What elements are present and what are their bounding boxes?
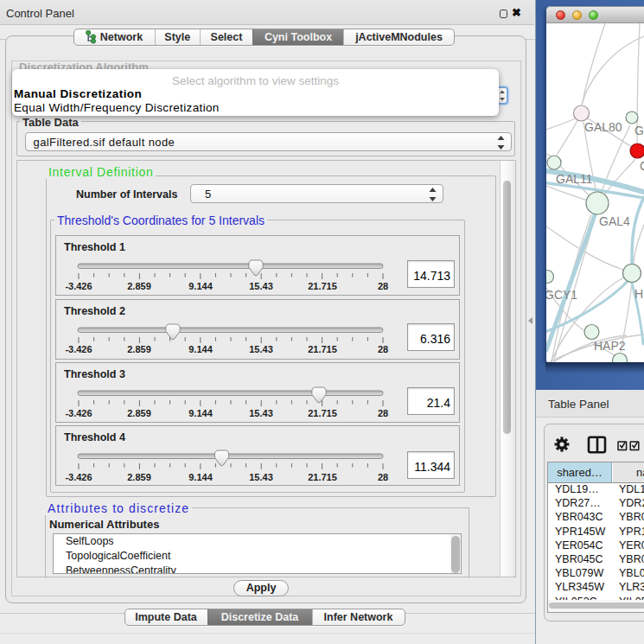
- svg-text:GCY1: GCY1: [546, 288, 577, 302]
- svg-text:GAL11: GAL11: [556, 172, 593, 186]
- svg-text:C: C: [640, 159, 644, 173]
- svg-text:GAL80: GAL80: [584, 120, 622, 134]
- svg-text:GAL7: GAL7: [634, 124, 644, 137]
- svg-text:H: H: [634, 287, 643, 301]
- svg-text:GAL4: GAL4: [599, 214, 630, 228]
- svg-text:HAP2: HAP2: [594, 339, 626, 353]
